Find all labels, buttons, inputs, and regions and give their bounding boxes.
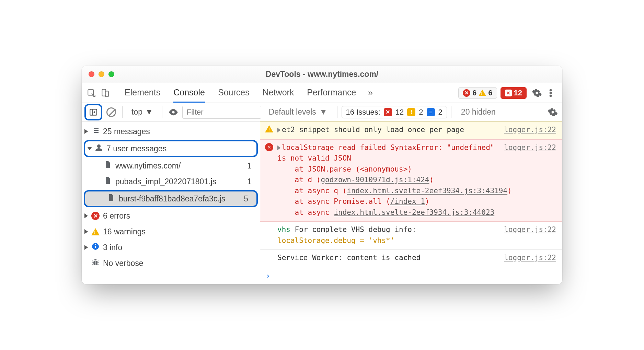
stack-link[interactable]: index.html.svelte-2eef3934.js:3:44023	[334, 208, 494, 217]
console-message-log[interactable]: logger.js:22 vhs For complete VHS debug …	[260, 222, 562, 250]
console-message-log[interactable]: logger.js:22 Service Worker: content is …	[260, 250, 562, 267]
more-menu-icon[interactable]	[544, 86, 557, 100]
zoom-window-button[interactable]	[108, 71, 114, 77]
sidebar-warnings[interactable]: 16 warnings	[82, 224, 260, 240]
prompt-caret-icon: ›	[266, 271, 270, 280]
stack-link[interactable]: index.html.svelte-2eef3934.js:3:43194	[347, 187, 507, 195]
settings-gear-icon[interactable]	[530, 86, 544, 100]
console-message-error[interactable]: ✕ logger.js:22 localStorage read failed …	[260, 139, 562, 222]
error-icon: ✕	[463, 89, 470, 97]
device-toolbar-icon[interactable]	[98, 86, 112, 100]
console-prompt[interactable]: ›	[260, 267, 562, 284]
issue-error-count: 12	[395, 108, 404, 117]
blocked-count-pill[interactable]: ✕ 12	[501, 87, 527, 99]
live-expression-button[interactable]	[166, 105, 180, 119]
divider	[451, 106, 451, 118]
stack-link[interactable]: godzown-9010971d.js:1:424	[321, 176, 429, 184]
console-messages: logger.js:22 et2 snippet should only loa…	[260, 121, 562, 284]
svg-point-5	[550, 95, 552, 97]
warning-count: 6	[488, 89, 492, 97]
warning-icon	[265, 125, 273, 132]
console-sidebar: 25 messages 7 user messages www.nytimes.…	[82, 121, 260, 284]
main-tabbar: Elements Console Sources Network Perform…	[82, 83, 562, 103]
issues-pill[interactable]: 16 Issues: ✕12 !2 ≡2	[342, 106, 447, 118]
expand-toggle-icon	[84, 213, 88, 218]
stack-line: at JSON.parse (<anonymous>)	[295, 165, 412, 173]
tab-elements[interactable]: Elements	[125, 83, 160, 103]
blocked-icon: ✕	[505, 90, 512, 96]
stack-link[interactable]: /index 1	[390, 197, 425, 206]
file-icon	[104, 161, 112, 171]
expand-toggle-icon	[87, 147, 92, 150]
sidebar-item-label: www.nytimes.com/	[115, 161, 181, 171]
sidebar-verbose[interactable]: No verbose	[82, 255, 260, 271]
tab-performance[interactable]: Performance	[307, 83, 356, 103]
message-source-link[interactable]: logger.js:22	[504, 224, 556, 235]
window-title: DevTools - www.nytimes.com/	[82, 70, 562, 79]
error-icon: ✕	[91, 212, 100, 220]
sidebar-item-label: 16 warnings	[103, 227, 146, 236]
close-window-button[interactable]	[89, 71, 94, 77]
minimize-window-button[interactable]	[99, 71, 104, 77]
titlebar: DevTools - www.nytimes.com/	[82, 66, 562, 83]
tab-network[interactable]: Network	[263, 83, 294, 103]
context-selector[interactable]: top ▼	[127, 107, 158, 117]
sidebar-user-messages[interactable]: 7 user messages	[84, 140, 258, 157]
sidebar-user-child-selected[interactable]: burst-f9baff81bad8ea7efa3c.js 5	[84, 190, 258, 207]
message-source-link[interactable]: logger.js:22	[504, 253, 556, 264]
issue-info-icon: ≡	[427, 108, 435, 116]
expand-toggle-icon	[84, 229, 88, 234]
filter-input[interactable]	[182, 106, 261, 119]
sidebar-all-messages[interactable]: 25 messages	[82, 124, 260, 139]
list-icon	[91, 126, 100, 137]
console-body: 25 messages 7 user messages www.nytimes.…	[82, 121, 562, 284]
blocked-count: 12	[514, 89, 522, 97]
message-text: localStorage read failed SyntaxError: "u…	[277, 143, 495, 163]
divider	[337, 106, 337, 118]
log-levels-dropdown[interactable]: Default levels ▼	[263, 107, 333, 117]
sidebar-item-count: 5	[244, 194, 253, 203]
sidebar-item-label: 6 errors	[103, 211, 130, 221]
sidebar-item-label: pubads_impl_2022071801.js	[115, 177, 216, 186]
sidebar-user-child[interactable]: pubads_impl_2022071801.js 1	[82, 174, 260, 189]
window-controls	[82, 71, 114, 77]
sidebar-item-count: 1	[247, 161, 256, 171]
panel-tabs: Elements Console Sources Network Perform…	[116, 83, 364, 103]
issues-label: 16 Issues:	[346, 108, 380, 117]
user-icon	[95, 143, 103, 154]
svg-point-4	[550, 92, 552, 94]
inspect-element-icon[interactable]	[84, 86, 98, 100]
expand-caret-icon[interactable]	[277, 128, 280, 132]
levels-label: Default levels	[269, 107, 316, 117]
error-count: 6	[472, 89, 476, 97]
expand-caret-icon[interactable]	[277, 145, 280, 150]
bug-icon	[91, 258, 100, 268]
file-icon	[107, 194, 115, 204]
divider	[162, 106, 162, 118]
tab-sources[interactable]: Sources	[218, 83, 250, 103]
sidebar-item-label: 7 user messages	[106, 144, 166, 153]
sidebar-errors[interactable]: ✕ 6 errors	[82, 208, 260, 224]
toggle-sidebar-button[interactable]	[87, 106, 100, 118]
message-source-link[interactable]: logger.js:22	[504, 142, 556, 153]
console-message-warning[interactable]: logger.js:22 et2 snippet should only loa…	[260, 121, 562, 139]
divider	[114, 87, 114, 99]
tab-console[interactable]: Console	[173, 83, 205, 103]
sidebar-user-child[interactable]: www.nytimes.com/ 1	[82, 158, 260, 174]
issue-error-icon: ✕	[384, 108, 392, 116]
sidebar-info[interactable]: 3 info	[82, 240, 260, 255]
sidebar-item-label: 25 messages	[103, 127, 150, 136]
message-text: For complete VHS debug info:	[295, 225, 416, 234]
clear-console-button[interactable]	[104, 105, 118, 119]
message-source-link[interactable]: logger.js:22	[504, 125, 556, 136]
console-settings-gear-icon[interactable]	[546, 105, 560, 119]
svg-point-3	[550, 89, 552, 91]
more-tabs-button[interactable]: »	[364, 88, 379, 98]
issue-info-count: 2	[438, 108, 442, 117]
sidebar-item-count: 1	[247, 177, 256, 186]
context-label: top	[131, 107, 142, 117]
file-icon	[104, 176, 112, 187]
expand-toggle-icon	[84, 245, 88, 250]
error-count-pill[interactable]: ✕ 6 6	[458, 87, 497, 99]
svg-rect-17	[95, 244, 96, 245]
